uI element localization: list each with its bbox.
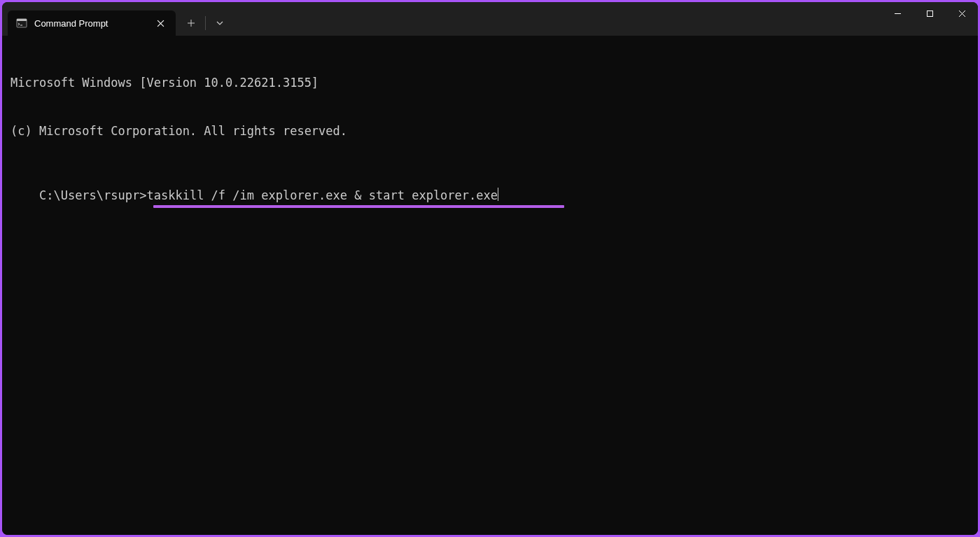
minimize-button[interactable] [881, 2, 913, 25]
svg-rect-8 [927, 11, 932, 16]
tab-dropdown-button[interactable] [207, 11, 232, 36]
tab-strip: Command Prompt [2, 2, 232, 36]
close-button[interactable] [946, 2, 978, 25]
tab-actions [178, 11, 232, 36]
tab-title: Command Prompt [34, 18, 146, 29]
highlight-underline [153, 205, 564, 208]
tab-command-prompt[interactable]: Command Prompt [8, 11, 176, 36]
window-controls [881, 2, 978, 36]
terminal-body[interactable]: Microsoft Windows [Version 10.0.22621.31… [2, 36, 978, 535]
terminal-output-line: Microsoft Windows [Version 10.0.22621.31… [10, 75, 969, 91]
tab-close-button[interactable] [153, 16, 167, 30]
terminal-prompt-line: C:\Users\rsupr>taskkill /f /im explorer.… [39, 188, 498, 204]
terminal-window: Command Prompt [2, 2, 978, 535]
terminal-output-line: (c) Microsoft Corporation. All rights re… [10, 123, 969, 139]
text-cursor [498, 188, 498, 201]
terminal-command-input[interactable]: taskkill /f /im explorer.exe & start exp… [146, 188, 498, 202]
terminal-prompt: C:\Users\rsupr> [39, 188, 147, 202]
new-tab-button[interactable] [178, 11, 204, 36]
cmd-icon [16, 18, 27, 29]
titlebar[interactable]: Command Prompt [2, 2, 978, 36]
maximize-button[interactable] [913, 2, 946, 25]
tab-divider [205, 16, 206, 30]
svg-rect-1 [17, 19, 27, 21]
